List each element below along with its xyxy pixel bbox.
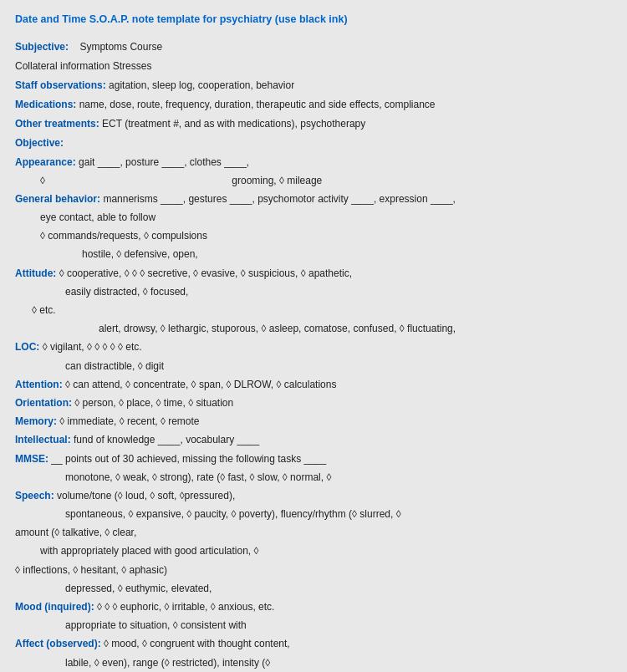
other-text: ECT (treatment #, and as with medication… bbox=[102, 118, 365, 130]
meds-label: Medications: bbox=[15, 99, 76, 110]
general-line3: ◊ commands/requests, ◊ compulsions bbox=[40, 228, 612, 244]
mmse-text: __ points out of 30 achieved, missing th… bbox=[51, 453, 326, 465]
staff-label: Staff observations: bbox=[15, 79, 106, 91]
orientation-label: Orientation: bbox=[15, 397, 72, 409]
other-label: Other treatments: bbox=[15, 118, 99, 130]
other-line: Other treatments: ECT (treatment #, and … bbox=[15, 116, 612, 132]
intellectual-line: Intellectual: fund of knowledge ____, vo… bbox=[15, 432, 612, 448]
attitude-line3: ◊ etc. bbox=[32, 303, 612, 318]
mmse-line2: monotone, ◊ weak, ◊ strong), rate (◊ fas… bbox=[65, 470, 612, 486]
meds-text: name, dose, route, frequency, duration, … bbox=[79, 99, 436, 110]
staff-section: Staff observations: agitation, sleep log… bbox=[15, 78, 612, 94]
attention-line: Attention: ◊ can attend, ◊ concentrate, … bbox=[15, 377, 612, 393]
other-section: Other treatments: ECT (treatment #, and … bbox=[15, 116, 612, 132]
memory-text: ◊ immediate, ◊ recent, ◊ remote bbox=[59, 415, 199, 427]
page-title: Date and Time S.O.A.P. note template for… bbox=[15, 12, 612, 28]
loc-line2: can distractible, ◊ digit bbox=[65, 359, 612, 374]
speech-line2: spontaneous, ◊ expansive, ◊ paucity, ◊ p… bbox=[65, 507, 612, 522]
attitude-text: ◊ cooperative, ◊ ◊ ◊ secretive, ◊ evasiv… bbox=[59, 267, 352, 279]
loc-preline: alert, drowsy, ◊ lethargic, stuporous, ◊… bbox=[99, 321, 612, 337]
appearance-label: Appearance: bbox=[15, 156, 76, 168]
collateral-line: Collateral information Stresses bbox=[15, 59, 612, 74]
attention-text: ◊ can attend, ◊ concentrate, ◊ span, ◊ D… bbox=[65, 379, 336, 390]
speech-line4: with appropriately placed with good arti… bbox=[40, 543, 612, 559]
appearance-text: gait ____, posture ____, clothes ____, bbox=[79, 156, 249, 168]
speech-line1: Speech: volume/tone (◊ loud, ◊ soft, ◊pr… bbox=[15, 488, 612, 504]
attitude-line2: easily distracted, ◊ focused, bbox=[65, 284, 612, 300]
general-line4: hostile, ◊ defensive, open, bbox=[82, 247, 612, 262]
intellectual-text: fund of knowledge ____, vocabulary ____ bbox=[74, 434, 259, 445]
general-line2: eye contact, able to follow bbox=[40, 210, 612, 226]
mood-text: ◊ ◊ ◊ euphoric, ◊ irritable, ◊ anxious, … bbox=[97, 601, 274, 613]
appearance-text2: grooming, ◊ mileage bbox=[232, 175, 322, 186]
mood-line1: Mood (inquired): ◊ ◊ ◊ euphoric, ◊ irrit… bbox=[15, 599, 612, 615]
mood-line2: appropriate to situation, ◊ consistent w… bbox=[65, 618, 612, 634]
speech-label: Speech: bbox=[15, 490, 54, 501]
meds-line: Medications: name, dose, route, frequenc… bbox=[15, 97, 612, 113]
memory-line: Memory: ◊ immediate, ◊ recent, ◊ remote bbox=[15, 414, 612, 430]
speech-text: volume/tone (◊ loud, ◊ soft, ◊pressured)… bbox=[57, 490, 235, 501]
affect-text: ◊ mood, ◊ congruent with thought content… bbox=[104, 638, 290, 649]
mmse-label: MMSE: bbox=[15, 453, 48, 465]
speech-line3: amount (◊ talkative, ◊ clear, bbox=[15, 525, 612, 541]
general-text: mannerisms ____, gestures ____, psychomo… bbox=[103, 193, 456, 205]
loc-line1: LOC: ◊ vigilant, ◊ ◊ ◊ ◊ ◊ etc. bbox=[15, 339, 612, 355]
affect-line1: Affect (observed): ◊ mood, ◊ congruent w… bbox=[15, 636, 612, 652]
affect-line2: labile, ◊ even), range (◊ restricted), i… bbox=[65, 655, 612, 671]
attitude-label: Attitude: bbox=[15, 267, 56, 279]
objective-section: Objective: Appearance: gait ____, postur… bbox=[15, 135, 612, 672]
intellectual-label: Intellectual: bbox=[15, 434, 71, 445]
appearance-line2: ◊ grooming, ◊ mileage bbox=[40, 173, 612, 189]
attitude-line1: Attitude: ◊ cooperative, ◊ ◊ ◊ secretive… bbox=[15, 266, 612, 282]
page: Date and Time S.O.A.P. note template for… bbox=[0, 0, 627, 672]
mood-label: Mood (inquired): bbox=[15, 601, 94, 613]
general-label: General behavior: bbox=[15, 193, 100, 205]
meds-section: Medications: name, dose, route, frequenc… bbox=[15, 97, 612, 113]
staff-line: Staff observations: agitation, sleep log… bbox=[15, 78, 612, 94]
orientation-text: ◊ person, ◊ place, ◊ time, ◊ situation bbox=[74, 397, 233, 409]
memory-label: Memory: bbox=[15, 415, 57, 427]
appearance-line1: Appearance: gait ____, posture ____, clo… bbox=[15, 155, 612, 171]
speech-line6: depressed, ◊ euthymic, elevated, bbox=[65, 581, 612, 597]
affect-label: Affect (observed): bbox=[15, 638, 101, 649]
subjective-items: Symptoms Course bbox=[79, 41, 162, 53]
loc-text: ◊ vigilant, ◊ ◊ ◊ ◊ ◊ etc. bbox=[43, 341, 142, 353]
mmse-line1: MMSE: __ points out of 30 achieved, miss… bbox=[15, 451, 612, 467]
speech-line5: ◊ inflections, ◊ hesitant, ◊ aphasic) bbox=[15, 563, 612, 578]
subjective-line: Subjective: Symptoms Course bbox=[15, 39, 612, 55]
loc-label: LOC: bbox=[15, 341, 39, 353]
staff-text: agitation, sleep log, cooperation, behav… bbox=[109, 79, 294, 91]
attention-label: Attention: bbox=[15, 379, 63, 390]
appearance-diamond: ◊ bbox=[40, 175, 45, 186]
orientation-line: Orientation: ◊ person, ◊ place, ◊ time, … bbox=[15, 395, 612, 411]
subjective-section: Subjective: Symptoms Course Collateral i… bbox=[15, 39, 612, 74]
subjective-label: Subjective: bbox=[15, 41, 69, 53]
objective-line: Objective: bbox=[15, 135, 612, 151]
general-line1: General behavior: mannerisms ____, gestu… bbox=[15, 191, 612, 207]
objective-label: Objective: bbox=[15, 137, 64, 149]
